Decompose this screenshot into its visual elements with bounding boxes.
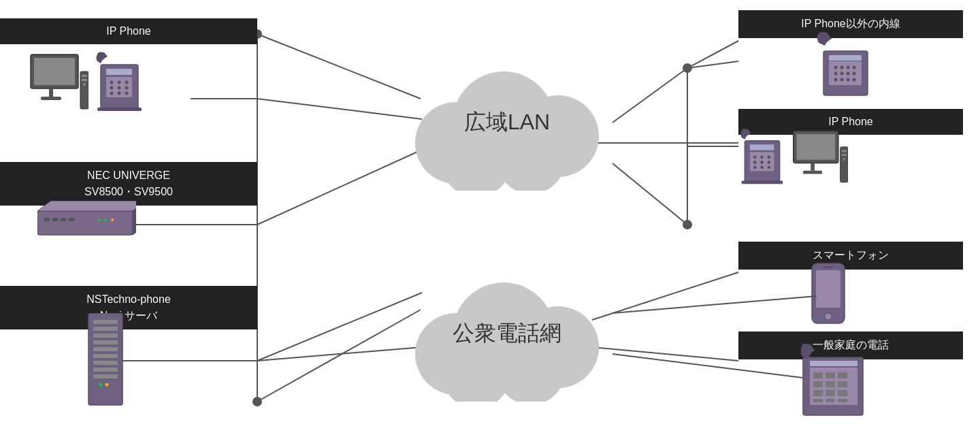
svg-point-83 [847, 78, 850, 82]
svg-rect-39 [37, 211, 133, 235]
svg-line-13 [592, 272, 738, 320]
svg-line-3 [257, 293, 422, 361]
svg-point-35 [118, 92, 121, 95]
right-pc-icon [790, 126, 848, 187]
svg-point-34 [110, 92, 114, 95]
svg-line-132 [687, 61, 738, 68]
svg-rect-19 [34, 58, 75, 85]
svg-point-32 [118, 86, 121, 90]
svg-line-11 [687, 41, 738, 68]
svg-line-130 [612, 296, 817, 313]
svg-rect-44 [61, 218, 66, 221]
pstn-cloud-label: 公衆電話網 [453, 319, 561, 349]
non-ip-phone-icon [817, 31, 878, 101]
pstn-cloud: 公衆電話網 [402, 265, 612, 402]
svg-line-128 [612, 68, 687, 123]
svg-point-31 [110, 86, 114, 90]
smartphone-svg [806, 262, 851, 330]
svg-rect-53 [93, 340, 118, 344]
svg-point-93 [767, 161, 770, 164]
svg-rect-54 [93, 347, 118, 351]
svg-rect-119 [813, 390, 823, 396]
svg-point-28 [110, 81, 114, 84]
svg-point-36 [125, 92, 129, 95]
ip-phone-left-label: IP Phone [0, 18, 257, 44]
svg-rect-104 [842, 150, 847, 152]
svg-point-91 [753, 161, 757, 164]
svg-point-59 [99, 383, 103, 387]
smartphone-device [806, 262, 851, 333]
svg-point-47 [104, 218, 107, 221]
svg-rect-120 [826, 390, 835, 396]
svg-line-127 [257, 310, 421, 402]
svg-line-2 [257, 150, 422, 225]
svg-rect-114 [826, 372, 835, 378]
svg-rect-51 [93, 327, 118, 331]
svg-point-81 [834, 78, 838, 82]
svg-line-126 [257, 34, 421, 99]
svg-point-9 [683, 220, 692, 229]
svg-rect-50 [93, 320, 118, 324]
svg-point-60 [105, 383, 109, 387]
wan-cloud: 広域LAN [402, 54, 612, 191]
svg-rect-121 [838, 390, 847, 396]
svg-rect-20 [49, 88, 53, 97]
svg-line-129 [612, 163, 687, 225]
svg-rect-108 [816, 270, 840, 308]
svg-rect-101 [811, 163, 815, 170]
smartphone-label: スマートフォン [738, 242, 963, 270]
svg-rect-43 [52, 218, 58, 221]
svg-point-106 [843, 158, 845, 161]
svg-point-109 [825, 313, 832, 320]
svg-line-4 [257, 347, 422, 361]
svg-rect-52 [93, 334, 118, 338]
svg-line-1 [257, 99, 422, 119]
nec-device-icon [37, 201, 136, 241]
server-icon [78, 313, 133, 411]
svg-rect-72 [829, 61, 862, 85]
svg-point-33 [125, 86, 129, 90]
svg-rect-85 [829, 55, 862, 61]
svg-point-46 [97, 218, 100, 221]
svg-point-88 [753, 156, 757, 159]
svg-rect-110 [823, 266, 834, 268]
svg-point-96 [767, 166, 770, 169]
svg-rect-24 [82, 79, 87, 81]
svg-rect-125 [810, 361, 858, 366]
home-phone-svg [800, 344, 868, 419]
svg-rect-57 [93, 368, 118, 372]
svg-point-76 [853, 66, 856, 69]
nec-univerge-label: NEC UNIVERGE SV8500・SV9500 [0, 162, 257, 206]
svg-rect-21 [41, 97, 61, 100]
svg-line-14 [592, 347, 738, 361]
svg-point-92 [760, 161, 764, 164]
svg-point-6 [252, 397, 262, 406]
svg-point-74 [840, 66, 844, 69]
svg-rect-103 [840, 147, 848, 182]
left-pc-phone-group [27, 51, 145, 112]
svg-rect-117 [826, 381, 835, 387]
svg-marker-40 [37, 201, 136, 211]
svg-rect-113 [813, 372, 823, 378]
svg-rect-122 [813, 399, 823, 402]
server-tower-icon [78, 313, 133, 408]
svg-rect-118 [838, 381, 847, 387]
svg-rect-23 [82, 75, 87, 77]
svg-rect-100 [796, 134, 835, 160]
svg-point-89 [760, 156, 764, 159]
home-phone-device [800, 344, 868, 421]
svg-rect-38 [97, 108, 142, 111]
svg-point-73 [834, 66, 838, 69]
svg-point-25 [83, 83, 86, 86]
svg-point-78 [840, 72, 844, 76]
svg-rect-116 [813, 381, 823, 387]
svg-point-80 [853, 72, 856, 76]
svg-point-79 [847, 72, 850, 76]
svg-rect-37 [106, 69, 132, 75]
svg-rect-22 [80, 71, 88, 109]
svg-point-82 [840, 78, 844, 82]
svg-rect-97 [750, 144, 774, 150]
svg-rect-105 [842, 154, 847, 156]
svg-point-84 [853, 78, 856, 82]
network-diagram: IP Phone NEC UNIVERGE SV8500・SV9500 NSTe… [0, 0, 980, 437]
